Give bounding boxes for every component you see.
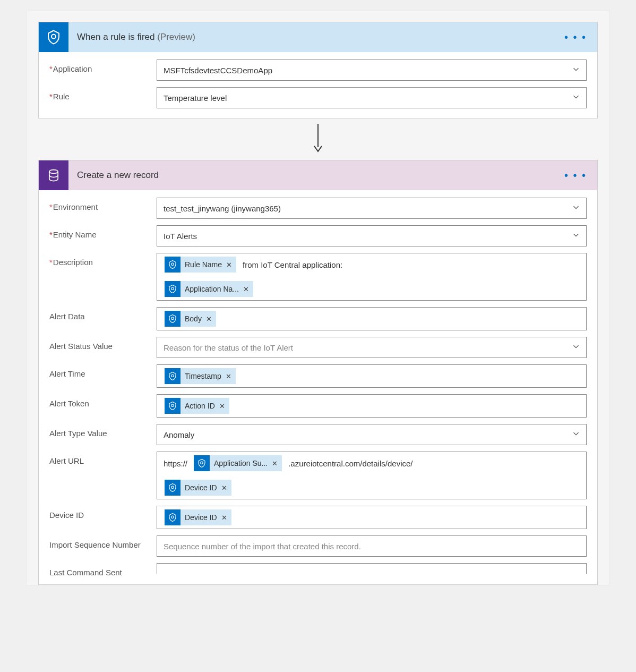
chevron-down-icon bbox=[571, 92, 581, 104]
device-id-token[interactable]: Device ID ✕ bbox=[165, 509, 231, 525]
timestamp-token[interactable]: Timestamp ✕ bbox=[165, 368, 236, 384]
action-header[interactable]: Create a new record • • • bbox=[39, 160, 597, 190]
svg-point-7 bbox=[171, 404, 174, 407]
svg-point-0 bbox=[51, 35, 56, 39]
description-label: *Description bbox=[49, 253, 157, 267]
svg-point-2 bbox=[49, 170, 58, 174]
remove-token-icon[interactable]: ✕ bbox=[242, 285, 253, 293]
remove-token-icon[interactable]: ✕ bbox=[220, 484, 231, 492]
flow-canvas: When a rule is fired (Preview) • • • *Ap… bbox=[26, 11, 610, 585]
remove-token-icon[interactable]: ✕ bbox=[225, 372, 236, 380]
iot-central-icon bbox=[39, 22, 68, 52]
svg-point-9 bbox=[171, 486, 174, 489]
iot-central-icon bbox=[194, 455, 210, 471]
alert-data-input[interactable]: Body ✕ bbox=[157, 307, 587, 330]
action-title: Create a new record bbox=[68, 170, 564, 181]
alert-status-label: Alert Status Value bbox=[49, 337, 157, 351]
alert-data-label: Alert Data bbox=[49, 307, 157, 321]
chevron-down-icon bbox=[571, 65, 581, 76]
last-command-input[interactable] bbox=[157, 563, 587, 574]
description-input[interactable]: Rule Name ✕ from IoT Central application… bbox=[157, 253, 587, 301]
iot-central-icon bbox=[165, 311, 181, 327]
more-menu-icon[interactable]: • • • bbox=[564, 31, 587, 44]
svg-point-4 bbox=[171, 287, 174, 290]
svg-point-10 bbox=[171, 516, 174, 518]
flow-arrow bbox=[38, 118, 598, 160]
device-id-input[interactable]: Device ID ✕ bbox=[157, 506, 587, 529]
import-seq-input[interactable]: Sequence number of the import that creat… bbox=[157, 535, 587, 557]
application-select[interactable]: MSFTcfsdevtestCCSDemoApp bbox=[157, 59, 587, 81]
svg-point-8 bbox=[201, 462, 203, 464]
alert-token-label: Alert Token bbox=[49, 394, 157, 408]
entity-name-label: *Entity Name bbox=[49, 225, 157, 239]
alert-token-input[interactable]: Action ID ✕ bbox=[157, 394, 587, 418]
chevron-down-icon bbox=[571, 231, 581, 242]
chevron-down-icon bbox=[571, 342, 581, 353]
iot-central-icon bbox=[165, 281, 181, 297]
environment-label: *Environment bbox=[49, 198, 157, 211]
trigger-card: When a rule is fired (Preview) • • • *Ap… bbox=[38, 22, 598, 118]
alert-url-label: Alert URL bbox=[49, 452, 157, 465]
entity-name-select[interactable]: IoT Alerts bbox=[157, 225, 587, 246]
alert-type-label: Alert Type Value bbox=[49, 424, 157, 438]
alert-status-select[interactable]: Reason for the status of the IoT Alert bbox=[157, 337, 587, 358]
device-id-token[interactable]: Device ID ✕ bbox=[165, 480, 231, 496]
alert-url-input[interactable]: https:// Application Su... ✕ .azureiotce… bbox=[157, 452, 587, 499]
environment-select[interactable]: test_test_jinywang (jinywang365) bbox=[157, 198, 587, 219]
iot-central-icon bbox=[165, 368, 181, 384]
body-token[interactable]: Body ✕ bbox=[165, 311, 216, 327]
iot-central-icon bbox=[165, 509, 181, 525]
database-icon bbox=[39, 160, 68, 190]
chevron-down-icon bbox=[571, 203, 581, 214]
svg-point-3 bbox=[171, 263, 174, 266]
iot-central-icon bbox=[165, 257, 181, 273]
remove-token-icon[interactable]: ✕ bbox=[220, 514, 231, 522]
application-name-token[interactable]: Application Na... ✕ bbox=[165, 281, 253, 297]
alert-time-label: Alert Time bbox=[49, 364, 157, 378]
application-label: *Application bbox=[49, 59, 157, 73]
chevron-down-icon bbox=[571, 429, 581, 440]
more-menu-icon[interactable]: • • • bbox=[564, 169, 587, 182]
iot-central-icon bbox=[165, 480, 181, 496]
alert-time-input[interactable]: Timestamp ✕ bbox=[157, 364, 587, 388]
rule-select[interactable]: Temperature level bbox=[157, 87, 587, 108]
rule-name-token[interactable]: Rule Name ✕ bbox=[165, 257, 236, 273]
last-command-label: Last Command Sent bbox=[49, 563, 157, 577]
iot-central-icon bbox=[165, 398, 181, 414]
svg-point-6 bbox=[171, 375, 174, 377]
action-card: Create a new record • • • *Environment t… bbox=[38, 160, 598, 585]
application-subdomain-token[interactable]: Application Su... ✕ bbox=[194, 455, 282, 471]
trigger-title: When a rule is fired (Preview) bbox=[68, 32, 564, 42]
remove-token-icon[interactable]: ✕ bbox=[271, 460, 282, 467]
import-seq-label: Import Sequence Number bbox=[49, 535, 157, 549]
action-id-token[interactable]: Action ID ✕ bbox=[165, 398, 229, 414]
remove-token-icon[interactable]: ✕ bbox=[225, 261, 236, 269]
trigger-header[interactable]: When a rule is fired (Preview) • • • bbox=[39, 22, 597, 52]
remove-token-icon[interactable]: ✕ bbox=[218, 402, 229, 410]
device-id-label: Device ID bbox=[49, 506, 157, 520]
rule-label: *Rule bbox=[49, 87, 157, 101]
svg-point-5 bbox=[171, 317, 174, 320]
remove-token-icon[interactable]: ✕ bbox=[205, 315, 216, 323]
alert-type-select[interactable]: Anomaly bbox=[157, 424, 587, 445]
